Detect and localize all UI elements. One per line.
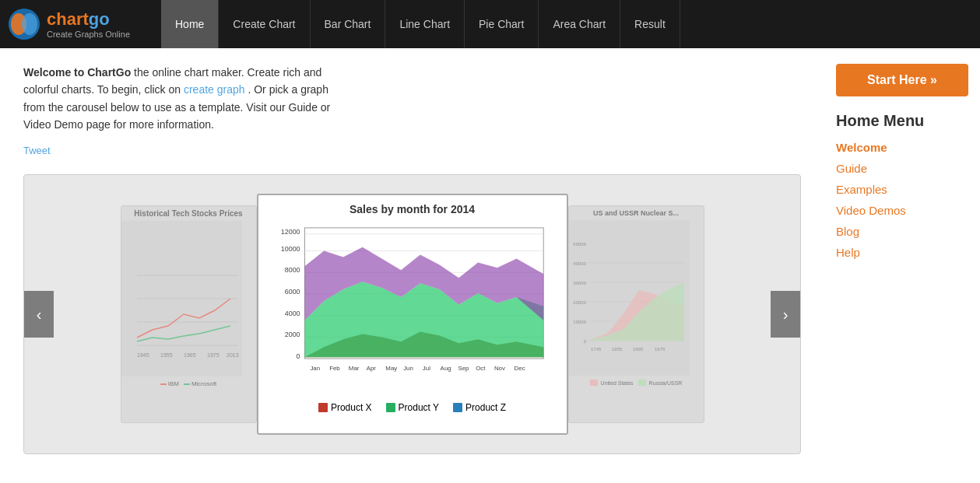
nav-item-create-chart[interactable]: Create Chart [219, 0, 310, 48]
logo-chart: chart [47, 9, 89, 29]
svg-text:Sep: Sep [458, 365, 469, 372]
side-chart-left[interactable]: Historical Tech Stocks Prices 1945 [121, 205, 257, 423]
side-chart-right-svg: 0 10000 20000 30000 40000 50000 1745 195… [569, 220, 690, 376]
logo-go: go [89, 9, 110, 29]
svg-point-2 [22, 13, 37, 35]
legend-y-label: Product Y [399, 402, 439, 413]
svg-text:1975: 1975 [207, 352, 220, 358]
legend-ussr-label: Russia/USSR [649, 380, 683, 386]
svg-text:6000: 6000 [284, 288, 300, 296]
nav-item-area-chart[interactable]: Area Chart [539, 0, 620, 48]
legend-us-dot [590, 380, 598, 386]
svg-text:Feb: Feb [329, 365, 340, 372]
menu-item-welcome[interactable]: Welcome [836, 141, 968, 154]
logo: chartgo Create Graphs Online [8, 8, 130, 40]
svg-text:1965: 1965 [184, 352, 196, 358]
legend-microsoft-dot [184, 383, 190, 385]
menu-item-video-demos[interactable]: Video Demos [836, 204, 968, 217]
side-chart-right-title: US and USSR Nuclear S... [569, 206, 704, 220]
svg-text:30000: 30000 [573, 281, 586, 285]
svg-text:1955: 1955 [160, 352, 173, 358]
svg-text:May: May [385, 365, 397, 372]
nav-item-pie-chart[interactable]: Pie Chart [465, 0, 539, 48]
svg-text:Jan: Jan [310, 365, 320, 372]
legend-ussr: Russia/USSR [638, 380, 683, 386]
home-menu-title: Home Menu [836, 112, 968, 130]
svg-text:1745: 1745 [591, 347, 602, 352]
menu-link-help[interactable]: Help [836, 246, 860, 259]
side-chart-left-title: Historical Tech Stocks Prices [121, 206, 256, 221]
logo-text: chartgo [47, 9, 130, 30]
side-chart-left-svg: 1945 1955 1965 1975 2013 [121, 221, 242, 376]
tweet-link[interactable]: Tweet [23, 143, 51, 159]
svg-text:2013: 2013 [227, 352, 239, 358]
main-chart-card[interactable]: Sales by month for 2014 0 2000 4000 6000… [257, 194, 568, 435]
legend-us-label: United States [601, 380, 634, 386]
svg-text:12000: 12000 [280, 228, 300, 236]
svg-text:1955: 1955 [612, 347, 623, 352]
create-graph-link[interactable]: create graph [184, 83, 245, 96]
welcome-paragraph: Welcome to ChartGo the online chart make… [23, 64, 350, 134]
side-chart-right[interactable]: US and USSR Nuclear S... 0 10000 20000 [568, 205, 704, 423]
legend-z-label: Product Z [465, 402, 506, 413]
menu-link-blog[interactable]: Blog [836, 225, 859, 238]
legend-ibm: IBM [160, 380, 179, 387]
svg-text:Jul: Jul [422, 365, 430, 372]
nav-item-bar-chart[interactable]: Bar Chart [311, 0, 386, 48]
svg-text:4000: 4000 [284, 310, 300, 317]
carousel-next-button[interactable]: › [771, 291, 800, 338]
svg-text:Aug: Aug [440, 365, 451, 372]
legend-us: United States [590, 380, 634, 386]
nav-item-result[interactable]: Result [620, 0, 680, 48]
legend-ussr-dot [638, 380, 646, 386]
legend-ibm-dot [160, 383, 167, 385]
legend-x-label: Product X [331, 402, 372, 413]
legend-x-dot [318, 403, 328, 412]
main-chart-title: Sales by month for 2014 [266, 203, 559, 215]
legend-microsoft: Microsoft [184, 380, 216, 387]
menu-link-examples[interactable]: Examples [836, 183, 887, 196]
content-area: Welcome to ChartGo the online chart make… [0, 48, 824, 470]
nav-item-home[interactable]: Home [161, 0, 219, 48]
start-here-button[interactable]: Start Here » [836, 64, 968, 96]
carousel-track: Historical Tech Stocks Prices 1945 [24, 175, 800, 453]
carousel-prev-button[interactable]: ‹ [24, 291, 54, 338]
main-nav: Home Create Chart Bar Chart Line Chart P… [161, 0, 680, 48]
menu-link-guide[interactable]: Guide [836, 162, 867, 175]
svg-text:2000: 2000 [284, 331, 300, 339]
legend-ibm-label: IBM [168, 380, 179, 387]
welcome-section: Welcome to ChartGo the online chart make… [23, 64, 350, 159]
menu-item-guide[interactable]: Guide [836, 162, 968, 175]
carousel: ‹ Historical Tech Stocks Prices [23, 174, 801, 454]
menu-item-blog[interactable]: Blog [836, 225, 968, 238]
legend-microsoft-label: Microsoft [191, 380, 216, 387]
main-container: Welcome to ChartGo the online chart make… [0, 48, 980, 470]
svg-text:20000: 20000 [573, 300, 586, 305]
welcome-bold: Welcome to ChartGo [23, 66, 131, 79]
svg-text:Nov: Nov [494, 365, 504, 372]
legend-product-x: Product X [318, 402, 372, 413]
svg-text:Apr: Apr [366, 365, 376, 372]
legend-product-z: Product Z [453, 402, 506, 413]
menu-links: Welcome Guide Examples Video Demos Blog … [836, 141, 968, 259]
main-chart-svg: 0 2000 4000 6000 8000 10000 12000 [266, 220, 559, 397]
side-chart-right-legend: United States Russia/USSR [569, 378, 704, 387]
menu-item-examples[interactable]: Examples [836, 183, 968, 196]
menu-item-help[interactable]: Help [836, 246, 968, 259]
svg-text:40000: 40000 [573, 261, 586, 266]
side-chart-left-legend: IBM Microsoft [121, 379, 256, 389]
header: chartgo Create Graphs Online Home Create… [0, 0, 980, 48]
svg-text:10000: 10000 [573, 320, 586, 324]
legend-y-dot [386, 403, 395, 412]
logo-text-group: chartgo Create Graphs Online [47, 9, 130, 39]
svg-text:Mar: Mar [348, 365, 359, 372]
nav-item-line-chart[interactable]: Line Chart [385, 0, 465, 48]
svg-text:0: 0 [296, 352, 300, 360]
legend-z-dot [453, 403, 462, 412]
svg-text:Dec: Dec [514, 365, 525, 372]
logo-icon [8, 8, 40, 40]
menu-link-welcome[interactable]: Welcome [836, 141, 887, 154]
main-chart-legend: Product X Product Y Product Z [266, 402, 559, 413]
menu-link-video-demos[interactable]: Video Demos [836, 204, 906, 217]
svg-text:1975: 1975 [655, 347, 666, 352]
